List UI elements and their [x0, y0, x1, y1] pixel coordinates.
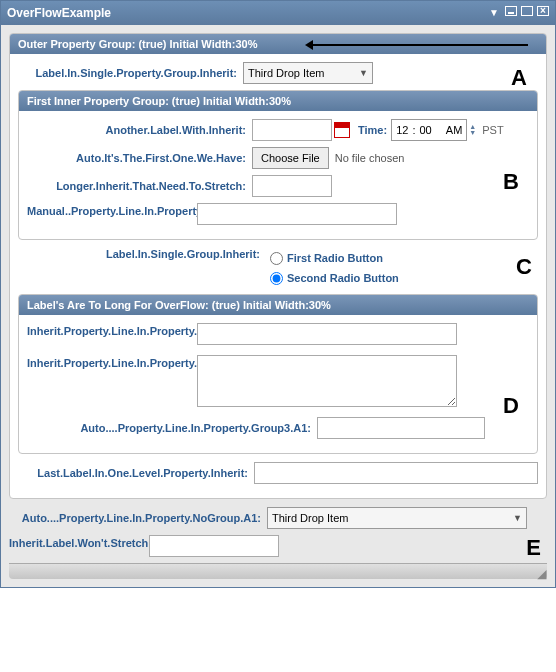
input-last-level[interactable]: [254, 462, 538, 484]
chevron-down-icon: ▼: [513, 513, 522, 523]
timezone-label: PST: [482, 124, 503, 136]
label-single-inherit: Label.In.Single.Property.Group.Inherit:: [18, 67, 243, 79]
input-wont-stretch[interactable]: [149, 535, 279, 557]
time-input[interactable]: 12:00 AM: [391, 119, 467, 141]
label-h1: Inherit.Property.Line.In.Property.Text.T…: [27, 323, 197, 339]
label-wont-stretch: Inherit.Label.Won't.Stretch:: [9, 535, 149, 551]
label-auto-first: Auto.It's.The.First.One.We.Have:: [27, 152, 252, 164]
choose-file-button[interactable]: Choose File: [252, 147, 329, 169]
radio-first[interactable]: [270, 252, 283, 265]
second-inner-group: Label's Are To Long For OverFlow: (true)…: [18, 294, 538, 454]
radio-second[interactable]: [270, 272, 283, 285]
dropdown-single-inherit[interactable]: Third Drop Item▼: [243, 62, 373, 84]
input-manual-prop[interactable]: [197, 203, 397, 225]
radio-second-label: Second Radio Button: [287, 272, 399, 284]
radio-first-label: First Radio Button: [287, 252, 383, 264]
input-longer-inherit[interactable]: [252, 175, 332, 197]
close-icon[interactable]: ×: [537, 6, 549, 16]
outer-property-group: Outer Property Group: (true) Initial Wid…: [9, 33, 547, 499]
input-a1[interactable]: [317, 417, 485, 439]
calendar-icon[interactable]: [334, 122, 350, 138]
label-longer-inherit: Longer.Inherit.That.Need.To.Stretch:: [27, 180, 252, 192]
first-inner-header: First Inner Property Group: (true) Initi…: [19, 91, 537, 111]
time-spinner[interactable]: ▲▼: [469, 124, 476, 136]
textarea-h2[interactable]: [197, 355, 457, 407]
label-radio-group: Label.In.Single.Group.Inherit:: [18, 248, 266, 260]
first-inner-group: First Inner Property Group: (true) Initi…: [18, 90, 538, 240]
label-time: Time:: [358, 124, 387, 136]
minimize-icon[interactable]: [505, 6, 517, 16]
window-title: OverFlowExample: [7, 1, 111, 25]
dropdown-nogroup[interactable]: Third Drop Item▼: [267, 507, 527, 529]
letter-e: E: [526, 535, 541, 561]
no-file-text: No file chosen: [335, 152, 405, 164]
letter-c: C: [516, 254, 532, 280]
label-nogroup: Auto....Property.Line.In.Property.NoGrou…: [9, 512, 267, 524]
letter-d: D: [503, 393, 519, 419]
annotation-arrow: [308, 44, 528, 46]
letter-a: A: [511, 65, 527, 91]
label-h2: Inherit.Property.Line.In.Property.Group3…: [27, 355, 197, 371]
input-another-inherit[interactable]: [252, 119, 332, 141]
second-inner-header: Label's Are To Long For OverFlow: (true)…: [19, 295, 537, 315]
letter-b: B: [503, 169, 519, 195]
collapse-icon[interactable]: ▼: [487, 6, 501, 20]
window-titlebar: OverFlowExample ▼ ×: [1, 1, 555, 25]
input-h1[interactable]: [197, 323, 457, 345]
label-another-inherit: Another.Label.With.Inherit:: [27, 124, 252, 136]
resize-handle[interactable]: [9, 563, 547, 579]
outer-group-header: Outer Property Group: (true) Initial Wid…: [10, 34, 546, 54]
label-last-level: Last.Label.In.One.Level.Property.Inherit…: [18, 467, 254, 479]
label-manual-prop: Manual..Property.Line.In.Property.Group4…: [27, 203, 197, 219]
chevron-down-icon: ▼: [359, 68, 368, 78]
maximize-icon[interactable]: [521, 6, 533, 16]
label-a1: Auto....Property.Line.In.Property.Group3…: [27, 422, 317, 434]
